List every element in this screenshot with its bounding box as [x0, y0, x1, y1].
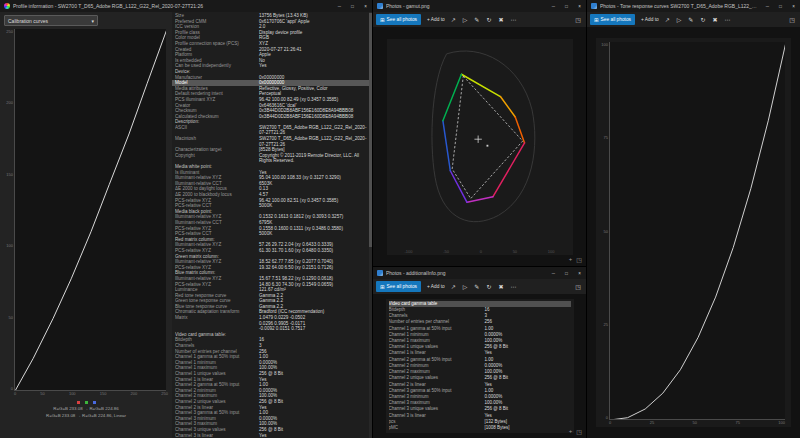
measured-point-marker: [486, 144, 488, 146]
see-all-photos-label: See all photos: [387, 284, 417, 289]
zoom-fit-icon[interactable]: ◳: [575, 283, 583, 290]
calibration-plot[interactable]: 250200150100500 050100150200250: [3, 29, 168, 396]
gamut-photo[interactable]: -100-50050100: [387, 39, 573, 255]
add-to-button[interactable]: + Add to: [641, 17, 659, 22]
rotate-icon[interactable]: ↻: [700, 17, 705, 23]
properties-scrollbar[interactable]: [369, 12, 372, 438]
maximize-button[interactable]: □: [560, 267, 573, 279]
curves-dropdown-value: Calibration curves: [8, 18, 48, 24]
slideshow-icon[interactable]: ▷: [463, 284, 468, 290]
photos-gamut-titlebar[interactable]: Photos - gamut.png ─ □ ×: [373, 0, 586, 12]
more-icon[interactable]: ⋯: [510, 284, 516, 290]
see-all-photos-button[interactable]: ⊞ See all photos: [376, 14, 421, 25]
share-icon[interactable]: ↗: [665, 17, 670, 23]
slideshow-icon[interactable]: ▷: [677, 17, 682, 23]
tone-y-axis: 1007550250: [598, 42, 609, 420]
add-to-button[interactable]: + Add to: [427, 17, 445, 22]
axis-tick-label: 250: [3, 29, 13, 34]
share-icon[interactable]: ↗: [451, 284, 456, 290]
grid-icon: ⊞: [380, 284, 385, 290]
minimize-button[interactable]: ─: [761, 0, 774, 12]
minimize-button[interactable]: ─: [333, 0, 346, 12]
axis-tick-label: 0: [3, 386, 13, 391]
vcgt-row: pMC [1008 Bytes]: [389, 425, 571, 431]
zoom-fit-icon[interactable]: ◳: [576, 428, 582, 435]
curve-status-line-2: R=G=B 233.08 → R=G=B 224.86, Linear: [0, 413, 172, 418]
zoom-controls: + ◳: [569, 256, 582, 263]
photos-additional-titlebar[interactable]: Photos - additionalInfo.png ─ □ ×: [373, 267, 586, 279]
see-all-photos-button[interactable]: ⊞ See all photos: [376, 281, 421, 292]
additional-info-photo[interactable]: Video card gamma table Bitdepth 16 Chann…: [386, 299, 574, 433]
property-row[interactable]: ASCII SW2700 T_D65_Adobe RGB_L122_G22_Re…: [172, 125, 372, 136]
curve-legend: [0, 401, 172, 404]
calibration-plot-canvas: [14, 29, 166, 391]
property-key: Channel 3 is linear: [175, 433, 259, 438]
photos-additional-info-window: Photos - additionalInfo.png ─ □ × ⊞ See …: [373, 267, 586, 438]
legend-green-swatch[interactable]: [85, 401, 88, 404]
edit-icon[interactable]: ✎: [688, 17, 693, 23]
comparison-gamut-outline: [452, 76, 523, 198]
property-row[interactable]: Channel 3 is linear Yes: [172, 433, 372, 438]
gamut-x-axis: -100-50050100: [387, 249, 573, 255]
axis-tick-label: -100: [405, 249, 413, 254]
delete-icon[interactable]: ✖: [712, 17, 717, 23]
window-controls: ─ □ ×: [761, 0, 800, 12]
axis-tick-label: 250: [161, 391, 168, 396]
rotate-icon[interactable]: ↻: [486, 284, 491, 290]
close-button[interactable]: ×: [573, 267, 586, 279]
close-button[interactable]: ×: [787, 0, 800, 12]
see-all-photos-button[interactable]: ⊞ See all photos: [590, 14, 635, 25]
zoom-in-icon[interactable]: +: [569, 256, 573, 263]
rotate-icon[interactable]: ↻: [486, 17, 491, 23]
maximize-button[interactable]: □: [346, 0, 359, 12]
property-key: Copyright: [175, 153, 259, 164]
property-row[interactable]: Copyright Copyright © 2011-2019 Remote D…: [172, 153, 372, 164]
vcgt-key: pMC: [389, 425, 485, 431]
axis-tick-label: 25: [650, 420, 654, 425]
add-to-button[interactable]: + Add to: [427, 284, 445, 289]
minimize-button[interactable]: ─: [547, 0, 560, 12]
axis-tick-label: 100: [778, 420, 785, 425]
window-controls: ─ □ ×: [333, 0, 372, 12]
photos-tone-titlebar[interactable]: Photos - Tone response curves SW2700 T_D…: [587, 0, 800, 12]
axis-tick-label: 0: [480, 249, 482, 254]
edit-icon[interactable]: ✎: [474, 17, 479, 23]
property-row[interactable]: Macintosh SW2700 T_D65_Adobe RGB_L122_G2…: [172, 136, 372, 147]
zoom-fit-icon[interactable]: ◳: [575, 16, 583, 23]
slideshow-icon[interactable]: ▷: [463, 17, 468, 23]
gamut-diagram: [387, 39, 573, 245]
delete-icon[interactable]: ✖: [498, 17, 503, 23]
close-button[interactable]: ×: [359, 0, 372, 12]
zoom-in-icon[interactable]: +: [569, 428, 573, 435]
share-icon[interactable]: ↗: [451, 17, 456, 23]
maximize-button[interactable]: □: [774, 0, 787, 12]
axis-tick-label: 150: [100, 391, 107, 396]
scrollbar-thumb[interactable]: [369, 13, 372, 247]
edit-icon[interactable]: ✎: [474, 284, 479, 290]
property-row[interactable]: Matrix 1.0479 0.0229 -0.0502 0.0296 0.99…: [172, 315, 372, 332]
photos-gamut-window: Photos - gamut.png ─ □ × ⊞ See all photo…: [373, 0, 586, 266]
legend-red-swatch[interactable]: [77, 401, 80, 404]
curves-dropdown[interactable]: Calibration curves ▾: [4, 15, 98, 26]
zoom-fit-icon[interactable]: ◳: [789, 16, 797, 23]
tone-curve-photo[interactable]: 1007550250 0255075100: [596, 38, 791, 427]
zoom-fit-icon[interactable]: ◳: [576, 256, 582, 263]
photo-viewer: 1007550250 0255075100: [587, 27, 800, 438]
more-icon[interactable]: ⋯: [510, 17, 516, 23]
profile-gamut-outline: [442, 74, 524, 202]
window-controls: ─ □ ×: [547, 0, 586, 12]
photo-viewer: -100-50050100 + ◳: [373, 27, 586, 266]
tone-response-curve: [610, 42, 785, 420]
add-to-label: Add to: [431, 17, 445, 22]
delete-icon[interactable]: ✖: [498, 284, 503, 290]
minimize-button[interactable]: ─: [547, 267, 560, 279]
legend-blue-swatch[interactable]: [93, 401, 96, 404]
close-button[interactable]: ×: [573, 0, 586, 12]
axis-tick-label: 200: [3, 100, 13, 105]
property-key: Macintosh: [175, 136, 259, 147]
maximize-button[interactable]: □: [560, 0, 573, 12]
window-title: Photos - Tone response curves SW2700 T_D…: [600, 3, 758, 9]
profile-info-titlebar[interactable]: Profile information - SW2700 T_D65_Adobe…: [0, 0, 372, 12]
more-icon[interactable]: ⋯: [724, 17, 730, 23]
photos-app-icon: [377, 270, 383, 276]
